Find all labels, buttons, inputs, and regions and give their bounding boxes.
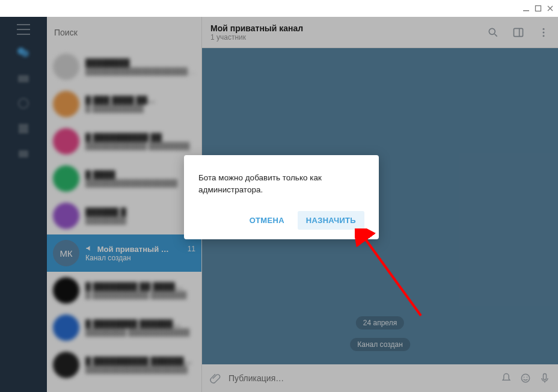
- svg-rect-0: [523, 10, 529, 11]
- confirm-button[interactable]: НАЗНАЧИТЬ: [298, 211, 364, 230]
- cancel-button[interactable]: ОТМЕНА: [241, 211, 293, 230]
- window-titlebar: [0, 0, 558, 17]
- dialog-message: Бота можно добавить только как администр…: [198, 172, 364, 195]
- window-maximize-button[interactable]: [534, 4, 542, 13]
- confirm-dialog: Бота можно добавить только как администр…: [184, 155, 379, 239]
- svg-rect-1: [536, 6, 541, 11]
- window-minimize-button[interactable]: [522, 4, 530, 13]
- window-close-button[interactable]: [546, 4, 554, 13]
